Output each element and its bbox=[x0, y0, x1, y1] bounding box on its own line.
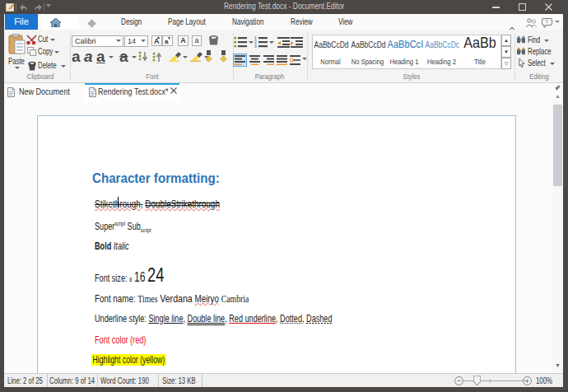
svg-text:3: 3 bbox=[254, 44, 257, 48]
svg-text:?: ? bbox=[545, 19, 548, 25]
